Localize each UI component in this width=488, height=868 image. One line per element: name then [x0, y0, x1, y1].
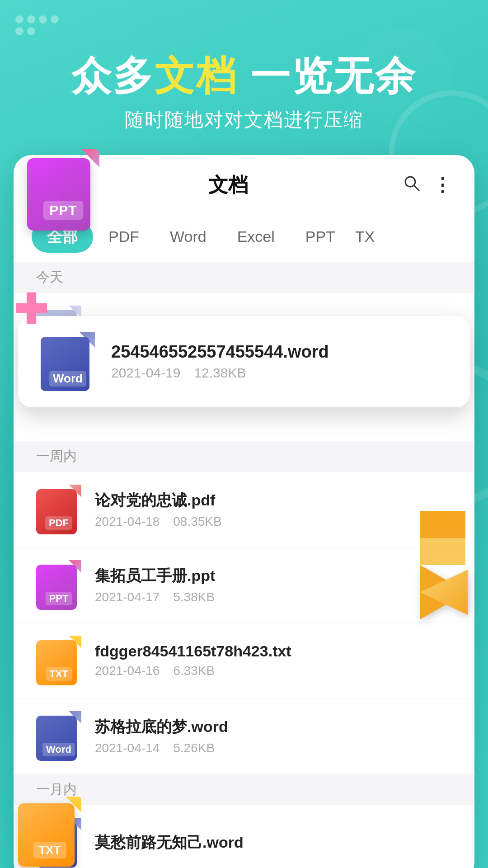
section-week: 一周内	[14, 441, 474, 472]
hero-title-part2: 一览无余	[250, 53, 417, 98]
floating-ppt-icon: PPT	[27, 149, 99, 231]
file-name-word2: 苏格拉底的梦.word	[95, 717, 452, 737]
section-month: 一月内	[14, 774, 474, 805]
file-name-ppt: 集拓员工手册.ppt	[95, 566, 452, 586]
tab-pdf[interactable]: PDF	[93, 222, 155, 251]
file-item-word3[interactable]: Word 莫愁前路无知己.word	[14, 805, 474, 868]
file-size-txt: 6.33KB	[173, 664, 215, 678]
file-icon-ppt: PPT	[36, 560, 81, 610]
highlighted-file-size: 12.38KB	[194, 365, 246, 381]
file-meta-word2: 2021-04-14 5.26KB	[95, 741, 452, 755]
file-name-pdf: 论对党的忠诚.pdf	[95, 490, 452, 511]
ppt-float-label: PPT	[43, 201, 83, 220]
file-item-txt[interactable]: TXT fdgger84541165t78h423.txt 2021-04-16…	[14, 623, 474, 698]
more-icon[interactable]: ⋮	[433, 175, 452, 194]
file-icon-word2: Word	[36, 711, 81, 761]
highlighted-file-icon: Word	[41, 332, 95, 391]
floating-txt-icon: TXT	[18, 797, 81, 867]
file-date-word2: 2021-04-14	[95, 741, 160, 755]
file-info-txt: fdgger84541165t78h423.txt 2021-04-16 6.3…	[95, 642, 452, 678]
highlighted-file-name: 254546552557455544.word	[111, 342, 447, 362]
floating-play-icon	[420, 511, 474, 565]
card-content: 今天 Word 254546552557455544.word Word 254…	[14, 262, 474, 868]
file-size-ppt: 5.38KB	[173, 590, 215, 604]
navbar-actions: ⋮	[403, 175, 452, 196]
pdf-type-label: PDF	[45, 516, 72, 530]
file-date-ppt: 2021-04-17	[95, 590, 160, 604]
hero-subtitle: 随时随地对对文档进行压缩	[27, 107, 461, 132]
highlighted-file-card[interactable]: Word 254546552557455544.word 2021-04-19 …	[18, 316, 470, 407]
highlighted-file-meta: 2021-04-19 12.38KB	[111, 365, 447, 381]
file-info-pdf: 论对党的忠诚.pdf 2021-04-18 08.35KB	[95, 490, 452, 529]
file-info-word3: 莫愁前路无知己.word	[95, 832, 452, 853]
search-icon[interactable]	[403, 175, 420, 196]
svg-line-1	[414, 185, 419, 190]
txt-float-label: TXT	[33, 842, 66, 859]
file-date-txt: 2021-04-16	[95, 664, 160, 678]
file-meta-txt: 2021-04-16 6.33KB	[95, 664, 452, 678]
file-item-pdf[interactable]: PDF 论对党的忠诚.pdf 2021-04-18 08.35KB	[14, 472, 474, 547]
file-icon-txt: TXT	[36, 636, 81, 685]
tab-word[interactable]: Word	[155, 222, 222, 251]
floating-plus-icon: ✚	[14, 289, 47, 330]
tab-ppt[interactable]: PPT	[290, 222, 351, 251]
file-date-pdf: 2021-04-18	[95, 514, 160, 529]
txt-type-label: TXT	[46, 667, 72, 681]
file-meta-pdf: 2021-04-18 08.35KB	[95, 514, 452, 529]
hero-title-part1: 众多	[71, 53, 155, 98]
word2-type-label: Word	[42, 743, 75, 756]
hero-section: 众多文档 一览无余 随时随地对对文档进行压缩	[0, 0, 488, 146]
file-item-ppt[interactable]: PPT 集拓员工手册.ppt 2021-04-17 5.38KB	[14, 547, 474, 623]
tab-excel[interactable]: Excel	[222, 222, 290, 251]
hero-title: 众多文档 一览无余	[27, 54, 461, 98]
main-card: ‹ 文档 ⋮ 全部 PDF Word Excel PPT TX 今天	[14, 155, 474, 868]
ppt-type-label: PPT	[46, 592, 72, 605]
file-meta-ppt: 2021-04-17 5.38KB	[95, 590, 452, 604]
file-info-ppt: 集拓员工手册.ppt 2021-04-17 5.38KB	[95, 566, 452, 604]
file-info-word2: 苏格拉底的梦.word 2021-04-14 5.26KB	[95, 717, 452, 755]
highlighted-file-date: 2021-04-19	[111, 365, 180, 381]
navbar-title: 文档	[208, 172, 248, 198]
file-item-word2[interactable]: Word 苏格拉底的梦.word 2021-04-14 5.26KB	[14, 698, 474, 774]
file-size-pdf: 08.35KB	[173, 514, 221, 529]
section-today: 今天	[14, 262, 474, 293]
file-icon-pdf: PDF	[36, 485, 81, 534]
file-size-word2: 5.26KB	[173, 741, 215, 755]
file-name-txt: fdgger84541165t78h423.txt	[95, 642, 452, 660]
file-name-word3: 莫愁前路无知己.word	[95, 832, 452, 853]
highlighted-type-label: Word	[49, 371, 86, 387]
highlighted-file-info: 254546552557455544.word 2021-04-19 12.38…	[111, 342, 447, 381]
tab-txt-partial[interactable]: TX	[351, 222, 379, 251]
hero-title-highlight: 文档	[155, 53, 238, 98]
